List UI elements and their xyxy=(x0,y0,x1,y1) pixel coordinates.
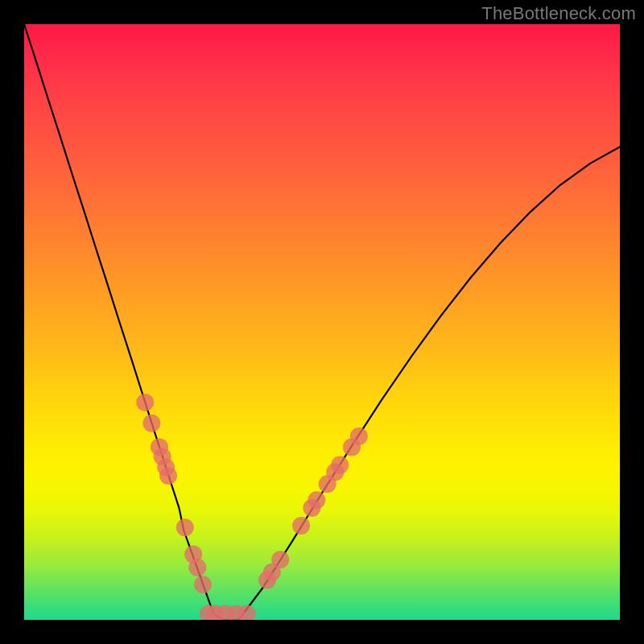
curve-marker xyxy=(194,576,212,593)
curve-markers xyxy=(136,394,368,620)
curve-marker xyxy=(176,518,194,536)
chart-frame: TheBottleneck.com xyxy=(0,0,644,644)
curve-marker xyxy=(350,427,368,445)
bottleneck-curve xyxy=(24,24,620,620)
curve-marker xyxy=(271,551,289,568)
curve-marker xyxy=(159,467,177,485)
plot-svg xyxy=(24,24,620,620)
curve-marker xyxy=(308,491,325,509)
watermark-label: TheBottleneck.com xyxy=(481,3,636,24)
curve-marker xyxy=(142,415,160,432)
curve-marker xyxy=(331,456,349,474)
curve-marker xyxy=(188,559,206,576)
curve-marker xyxy=(292,517,310,535)
curve-marker xyxy=(136,394,154,411)
